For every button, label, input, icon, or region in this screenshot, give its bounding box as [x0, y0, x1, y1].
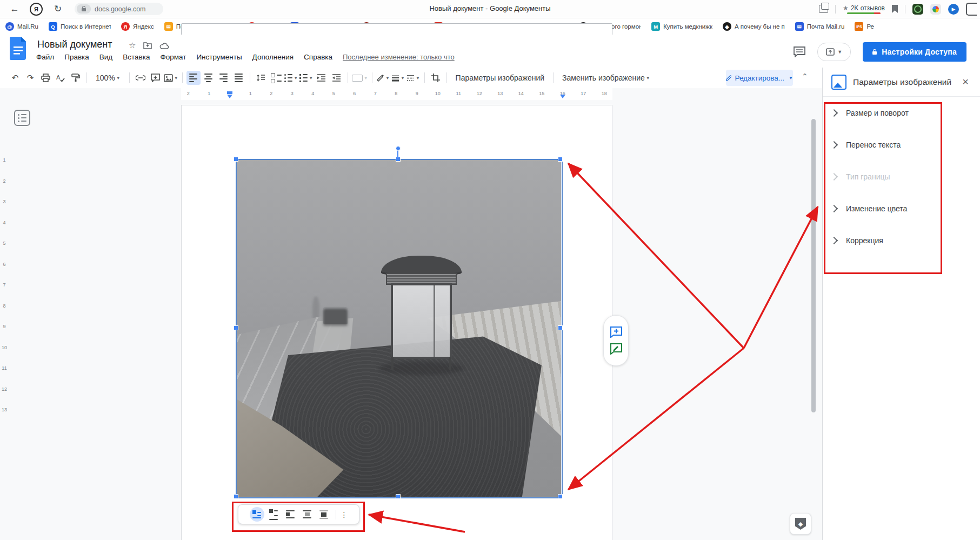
checklist-button[interactable] — [269, 71, 283, 85]
resize-handle-nw[interactable] — [234, 157, 238, 162]
panel-section-row[interactable]: Тип границы — [823, 161, 980, 192]
align-center-button[interactable] — [202, 71, 216, 85]
menu-item[interactable]: Справка — [304, 53, 332, 61]
chevron-right-icon — [830, 172, 838, 180]
bulleted-list-button[interactable]: ▼ — [284, 71, 298, 85]
border-weight-button[interactable]: ▼ — [391, 71, 405, 85]
address-bar[interactable]: docs.google.com — [75, 3, 163, 15]
paint-format-button[interactable] — [69, 71, 83, 85]
line-spacing-button[interactable] — [254, 71, 268, 85]
increase-indent-button[interactable] — [330, 71, 344, 85]
image-options-button[interactable]: Параметры изображений — [450, 71, 550, 85]
menu-item[interactable]: Правка — [64, 53, 89, 61]
behind-text-button[interactable] — [300, 507, 315, 522]
extension-mail-agent-icon[interactable]: ▶ — [948, 4, 959, 15]
resize-handle-ne[interactable] — [558, 157, 563, 162]
present-button[interactable]: ▼ — [817, 43, 851, 61]
crop-image-button[interactable] — [429, 71, 443, 85]
align-right-button[interactable] — [217, 71, 231, 85]
bookmark-flag-icon[interactable] — [892, 5, 898, 13]
editing-mode-button[interactable]: Редактирова... ▼ — [726, 70, 793, 86]
tabs-copy-icon[interactable] — [819, 5, 828, 13]
suggest-edits-icon[interactable] — [610, 343, 622, 355]
menu-item[interactable]: Файл — [36, 53, 54, 61]
panel-section-row[interactable]: Изменение цвета — [823, 192, 980, 224]
site-reviews-widget[interactable]: ★2K отзывов — [843, 4, 885, 14]
insert-image-button[interactable]: ▼ — [164, 71, 178, 85]
panel-section-row[interactable]: Перенос текста — [823, 129, 980, 161]
bookmark-item[interactable]: M Купить медкнижк — [651, 22, 712, 31]
photo-bus-shelter — [387, 256, 455, 367]
menu-item[interactable]: Вставка — [123, 53, 150, 61]
resize-handle-sw[interactable] — [234, 494, 238, 499]
document-outline-button[interactable] — [14, 110, 30, 126]
document-scrollbar[interactable] — [811, 119, 816, 412]
numbered-list-button[interactable]: ▼ — [299, 71, 314, 85]
border-dash-button[interactable]: ▼ — [406, 71, 421, 85]
hide-menus-button[interactable]: ⌃ — [802, 72, 808, 81]
more-options-icon[interactable]: ⋮ — [341, 510, 348, 519]
zoom-select[interactable]: 100%▼ — [90, 71, 126, 85]
menu-item[interactable]: Вид — [99, 53, 112, 61]
decrease-indent-button[interactable] — [315, 71, 329, 85]
undo-button[interactable]: ↶ — [8, 71, 22, 85]
bookmark-item[interactable]: IPS Ре — [855, 22, 874, 31]
bookmark-item[interactable]: Я Яндекс — [121, 22, 154, 31]
yandex-home-icon[interactable]: Я — [29, 2, 43, 16]
insert-link-button[interactable] — [134, 71, 148, 85]
reload-icon[interactable]: ↻ — [51, 2, 65, 16]
left-indent-marker[interactable] — [227, 95, 232, 98]
resize-handle-e[interactable] — [558, 325, 563, 330]
menu-item[interactable]: Инструменты — [196, 53, 242, 61]
justify-button[interactable] — [232, 71, 246, 85]
redo-button[interactable]: ↷ — [23, 71, 37, 85]
panel-section-row[interactable]: Коррекция — [823, 224, 980, 256]
spellcheck-button[interactable]: A — [54, 71, 68, 85]
back-icon[interactable]: ← — [8, 2, 22, 16]
add-comment-button[interactable] — [149, 71, 163, 85]
extension-browser-icon[interactable] — [930, 4, 941, 15]
rotation-handle[interactable] — [396, 146, 401, 151]
print-button[interactable] — [38, 71, 52, 85]
add-comment-icon[interactable] — [610, 326, 622, 338]
explore-button[interactable]: ◆ — [790, 513, 811, 535]
wrap-text-button[interactable] — [266, 507, 281, 522]
replace-image-button[interactable]: Заменить изображение▼ — [557, 71, 656, 85]
right-indent-marker[interactable] — [560, 95, 565, 98]
input-tools-button[interactable]: ▼ — [352, 71, 368, 85]
bookmark-item[interactable]: @ Mail.Ru — [5, 22, 38, 31]
bookmark-favicon: Q — [49, 22, 57, 31]
border-color-button[interactable]: ▼ — [376, 71, 390, 85]
resize-handle-n[interactable] — [396, 157, 401, 162]
chevron-down-icon: ▼ — [837, 49, 842, 55]
cloud-status-icon[interactable] — [159, 42, 169, 49]
bookmark-item[interactable]: www.mail.ru — [204, 23, 237, 30]
resize-handle-s[interactable] — [396, 494, 401, 499]
vertical-ruler[interactable]: 12345678910111213 — [0, 150, 9, 421]
bookmark-item[interactable]: ◆ А почему бы не п — [723, 22, 785, 31]
move-folder-icon[interactable] — [143, 42, 152, 49]
resize-handle-w[interactable] — [234, 325, 238, 330]
bookmark-item[interactable]: ✉ Почта Mail.ru — [795, 22, 845, 31]
document-photo[interactable] — [236, 159, 561, 497]
last-edited-link[interactable]: Последнее изменение: только что — [343, 53, 455, 61]
share-button[interactable]: Настройки Доступа — [863, 42, 966, 62]
wrap-inline-button[interactable] — [250, 507, 264, 522]
in-front-of-text-button[interactable] — [317, 507, 331, 522]
bookmark-item[interactable]: Q Поиск в Интернет — [49, 22, 111, 31]
menu-item[interactable]: Формат — [160, 53, 186, 61]
close-panel-icon[interactable]: × — [959, 76, 972, 88]
break-text-button[interactable] — [283, 507, 298, 522]
panel-section-row[interactable]: Размер и поворот — [823, 97, 980, 129]
comment-history-icon[interactable] — [794, 46, 805, 57]
star-favorite-icon[interactable]: ☆ — [129, 41, 136, 50]
resize-handle-se[interactable] — [558, 494, 563, 499]
menu-item[interactable]: Дополнения — [252, 53, 294, 61]
document-title[interactable]: Новый документ — [37, 39, 112, 50]
first-line-indent-marker[interactable] — [227, 91, 232, 94]
align-left-button[interactable] — [186, 71, 201, 85]
extension-adblock-icon[interactable] — [912, 4, 923, 15]
google-docs-logo[interactable] — [10, 37, 27, 60]
sidebar-handle-icon[interactable] — [966, 3, 977, 16]
horizontal-ruler[interactable]: 21 123456789101112131415161718 — [0, 88, 822, 100]
